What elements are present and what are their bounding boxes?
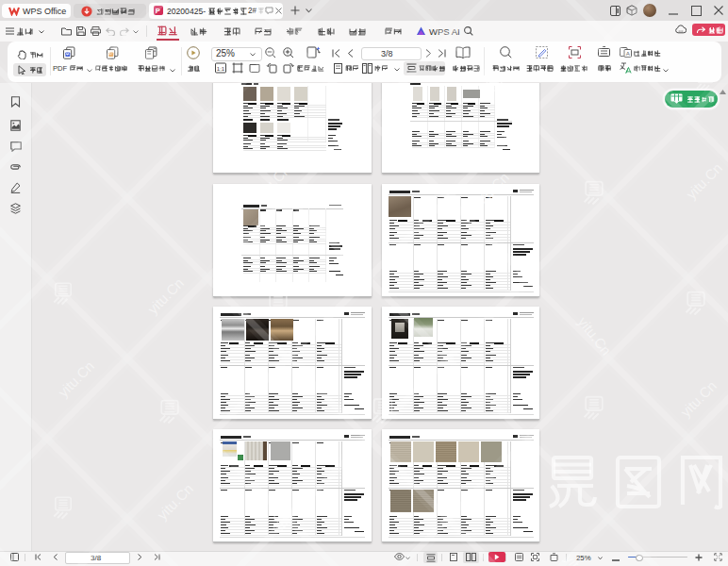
svg-text:1:1: 1:1 [217, 66, 225, 72]
